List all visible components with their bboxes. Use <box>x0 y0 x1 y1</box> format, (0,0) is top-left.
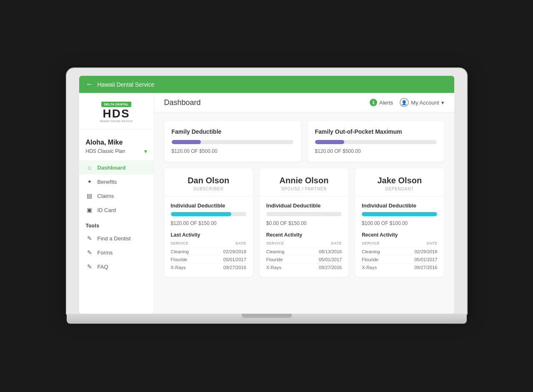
activity-title: Recent Activity <box>362 232 437 238</box>
find-dentist-icon: ✎ <box>86 235 93 242</box>
activity-date: 05/01/2017 <box>414 257 437 262</box>
nav-label-claims: Claims <box>98 193 114 199</box>
account-button[interactable]: 👤 My Account ▾ <box>400 98 444 107</box>
sidebar-item-forms[interactable]: ✎ Forms <box>79 245 154 260</box>
activity-date: 09/27/2016 <box>319 265 342 270</box>
activity-service: Cleaning <box>266 249 284 254</box>
activity-row: Flouride 05/01/2017 <box>266 255 342 263</box>
deductible-label: Individual Deductible <box>171 202 246 209</box>
nav-label-forms: Forms <box>98 250 113 256</box>
member-name: Annie Olson <box>266 176 342 185</box>
member-card-0: Dan Olson SUBSCRIBER Individual Deductib… <box>164 168 253 277</box>
activity-date: 09/27/2016 <box>414 265 437 270</box>
activity-section: Recent Activity SERVICE DATE Cleaning 08… <box>266 232 342 271</box>
alerts-button[interactable]: 1 Alerts <box>370 99 393 106</box>
sidebar-item-dashboard[interactable]: ⌂ Dashboard <box>79 160 154 175</box>
account-icon: 👤 <box>400 98 409 107</box>
family-oop-label: $120.00 OF $500.00 <box>315 148 437 154</box>
member-card-1: Annie Olson SPOUSE / PARTNER Individual … <box>260 168 348 277</box>
member-role: DEPENDANT <box>362 187 437 191</box>
activity-service: Cleaning <box>362 249 380 254</box>
deductible-progress-label: $0.00 OF $150.00 <box>266 220 342 226</box>
deductible-fill <box>362 212 437 216</box>
faq-icon: ✎ <box>86 263 93 270</box>
activity-row: X-Rays 09/27/2016 <box>266 263 342 271</box>
member-role: SPOUSE / PARTNER <box>266 187 342 191</box>
deductible-track <box>171 212 246 216</box>
activity-row: Cleaning 08/13/2016 <box>266 247 342 255</box>
sidebar-item-id-card[interactable]: ▣ ID Card <box>79 203 154 217</box>
activity-row: Cleaning 02/29/2018 <box>171 247 246 255</box>
activity-table: SERVICE DATE Cleaning 02/29/2018 Flourid… <box>362 241 437 271</box>
member-body: Individual Deductible $100.00 OF $100.00… <box>355 197 444 277</box>
member-name: Dan Olson <box>171 176 246 185</box>
nav-label-dashboard: Dashboard <box>98 165 126 171</box>
member-body: Individual Deductible $120.00 OF $150.00… <box>164 197 253 277</box>
family-deductible-track <box>172 140 293 144</box>
laptop-container: ← Hawaii Dental Service DELTA DENTAL HDS… <box>67 68 467 324</box>
main-content: Dashboard 1 Alerts 👤 My Account ▾ <box>154 93 454 314</box>
sidebar-item-faq[interactable]: ✎ FAQ <box>79 260 154 274</box>
alert-badge: 1 <box>370 99 377 106</box>
activity-service: X-Rays <box>171 265 186 270</box>
activity-title: Recent Activity <box>266 232 342 238</box>
activity-date: 05/01/2017 <box>223 257 246 262</box>
activity-row: Cleaning 02/29/2018 <box>362 247 437 255</box>
sidebar-item-claims[interactable]: ▤ Claims <box>79 189 154 203</box>
activity-table: SERVICE DATE Cleaning 08/13/2016 Flourid… <box>266 241 342 271</box>
alerts-label: Alerts <box>379 100 393 106</box>
activity-section: Recent Activity SERVICE DATE Cleaning 02… <box>362 232 437 271</box>
logo-hds: HDS <box>86 108 147 120</box>
nav-label-find-dentist: Find a Dentist <box>98 235 131 242</box>
activity-row: X-Rays 09/27/2016 <box>362 263 437 271</box>
logo-subtitle: Hawaii Dental Service <box>86 120 147 122</box>
member-header: Jake Olson DEPENDANT <box>355 168 444 197</box>
app-layout: DELTA DENTAL HDS Hawaii Dental Service A… <box>79 93 454 314</box>
members-row: Dan Olson SUBSCRIBER Individual Deductib… <box>164 168 444 277</box>
date-col-header: DATE <box>331 241 342 245</box>
activity-date: 02/29/2018 <box>223 249 246 254</box>
benefits-icon: ✦ <box>86 178 93 185</box>
activity-row: Flouride 05/01/2017 <box>362 255 437 263</box>
sidebar-item-find-dentist[interactable]: ✎ Find a Dentist <box>79 231 154 245</box>
forms-icon: ✎ <box>86 249 93 256</box>
deductible-track <box>266 212 342 216</box>
back-button[interactable]: ← <box>86 80 93 89</box>
member-body: Individual Deductible $0.00 OF $150.00 R… <box>260 197 348 277</box>
family-oop-title: Family Out-of-Pocket Maximum <box>315 128 437 135</box>
service-col-header: SERVICE <box>266 241 284 245</box>
sidebar-item-benefits[interactable]: ✦ Benefits <box>79 175 154 189</box>
member-name: Jake Olson <box>362 176 437 185</box>
main-header: Dashboard 1 Alerts 👤 My Account ▾ <box>154 93 454 112</box>
activity-col-headers: SERVICE DATE <box>266 241 342 245</box>
deductible-label: Individual Deductible <box>362 202 437 209</box>
activity-row: X-Rays 09/27/2016 <box>171 263 246 271</box>
activity-date: 02/29/2018 <box>414 249 437 254</box>
activity-service: X-Rays <box>266 265 281 270</box>
top-bar-title: Hawaii Dental Service <box>98 81 155 88</box>
activity-date: 09/27/2016 <box>223 265 246 270</box>
family-deductible-card: Family Deductible $120.00 OF $500.00 <box>164 121 301 162</box>
activity-service: Flouride <box>266 257 283 262</box>
deductible-track <box>362 212 437 216</box>
screen: ← Hawaii Dental Service DELTA DENTAL HDS… <box>79 76 454 314</box>
deductible-progress-label: $120.00 OF $150.00 <box>171 220 246 226</box>
date-col-header: DATE <box>427 241 438 245</box>
member-header: Dan Olson SUBSCRIBER <box>164 168 253 197</box>
page-title: Dashboard <box>164 98 201 107</box>
nav-label-benefits: Benefits <box>98 179 117 185</box>
family-oop-track <box>315 140 437 144</box>
screen-bezel: ← Hawaii Dental Service DELTA DENTAL HDS… <box>67 68 467 314</box>
dashboard-icon: ⌂ <box>86 164 93 171</box>
member-role: SUBSCRIBER <box>171 187 246 191</box>
account-chevron-icon: ▾ <box>441 100 444 106</box>
tools-label: Tools <box>79 217 154 231</box>
activity-service: Cleaning <box>171 249 189 254</box>
activity-date: 05/01/2017 <box>319 257 342 262</box>
activity-table: SERVICE DATE Cleaning 02/29/2018 Flourid… <box>171 241 246 271</box>
user-section: Aloha, Mike HDS Classic Plan ▾ <box>79 135 154 160</box>
header-right: 1 Alerts 👤 My Account ▾ <box>370 98 444 107</box>
claims-icon: ▤ <box>86 192 93 199</box>
plan-name: HDS Classic Plan <box>86 148 125 154</box>
plan-selector[interactable]: HDS Classic Plan ▾ <box>86 148 147 155</box>
